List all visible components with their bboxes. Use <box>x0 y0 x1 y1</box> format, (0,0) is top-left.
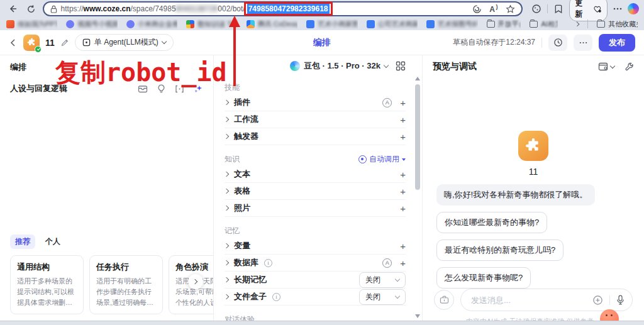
folder-icon <box>597 21 605 28</box>
add-plugin-icon[interactable] <box>400 98 406 107</box>
add-table-knowledge-icon[interactable] <box>400 187 406 196</box>
bookmark-folder[interactable]: AI相关 <box>530 19 558 29</box>
suggested-question[interactable]: 你知道哪些最新奇的事物? <box>436 212 547 233</box>
suggested-question[interactable]: 怎么发现新奇事物呢? <box>436 267 531 289</box>
bot-avatar[interactable] <box>23 35 40 51</box>
preview-debug-panel: 预览与调试 11 嗨,你好!我对各种新奇事物都很了解哦。 你知道哪些最新奇的事物… <box>423 55 644 321</box>
preview-bot-name: 11 <box>529 167 538 177</box>
rewards-icon[interactable] <box>472 4 482 14</box>
agent-mode-selector[interactable]: 单 Agent(LLM模式) <box>75 34 174 51</box>
window-bottom-edge <box>0 321 644 325</box>
bookmark-favicon <box>66 20 74 28</box>
cookie-icon[interactable] <box>531 4 541 14</box>
bookmarks-overflow-icon[interactable] <box>575 21 580 26</box>
middle-scrollbar[interactable] <box>414 77 421 318</box>
row-filebox[interactable]: 文件盒子 关闭 <box>225 289 406 306</box>
copilot-icon[interactable] <box>628 3 639 14</box>
prompt-editor-empty-area[interactable] <box>0 101 213 231</box>
caret-down-icon <box>402 158 406 161</box>
add-database-icon[interactable] <box>400 258 406 268</box>
auto-call-badge-icon[interactable] <box>382 98 392 107</box>
more-dots-icon <box>579 41 587 44</box>
bookmark-item[interactable]: 小米商企业务办 <box>126 19 177 29</box>
bookmark-item[interactable]: 艺术小商家图表系统 <box>306 19 357 29</box>
suggested-question[interactable]: 最近有啥特别的新奇玩意儿吗? <box>436 240 564 261</box>
bookmark-item[interactable]: 数知识读 TAPD平台 <box>186 19 237 29</box>
cards-next-button[interactable] <box>188 274 203 289</box>
prompt-library-icon[interactable] <box>138 84 148 93</box>
bookmark-item[interactable]: 视频号小视频申请发布 <box>66 19 117 29</box>
edit-pencil-icon[interactable] <box>60 38 69 47</box>
url-path-mid: 002/bot/ <box>218 4 245 13</box>
template-card[interactable]: 任务执行 适用于有明确的工作步骤的任务执行场景,通过明确每一步骤的工作要求… <box>89 255 163 314</box>
read-aloud-icon[interactable]: A <box>489 4 497 14</box>
scrollbar-thumb[interactable] <box>415 84 420 190</box>
bookmark-item[interactable]: 公司艺术商家和艺术 <box>367 19 418 29</box>
version-history-button[interactable] <box>548 35 567 51</box>
add-photo-knowledge-icon[interactable] <box>400 204 406 213</box>
row-workflow[interactable]: 工作流 <box>225 111 406 128</box>
browser-menu-icon[interactable] <box>613 8 622 10</box>
persona-logic-header: 人设与回复逻辑 <box>10 83 67 94</box>
row-longterm-memory[interactable]: 长期记忆 关闭 <box>225 272 406 289</box>
tab-personal[interactable]: 个人 <box>44 234 62 249</box>
clear-context-button[interactable] <box>434 290 454 310</box>
bookmark-item[interactable]: 腾讯 CoDesign - 腾讯 <box>247 19 297 29</box>
debug-window-icon <box>598 62 608 71</box>
url-host: www.coze.cn <box>84 4 131 13</box>
message-input-pill[interactable] <box>460 289 633 311</box>
collections-icon[interactable] <box>553 4 564 14</box>
back-chevron-icon[interactable] <box>9 38 18 47</box>
row-trigger[interactable]: 触发器 <box>225 128 406 145</box>
row-knowledge-text[interactable]: 文本 <box>225 166 406 183</box>
add-variable-icon[interactable] <box>400 241 406 251</box>
ai-optimize-sparkle-icon[interactable] <box>194 84 203 94</box>
row-variable[interactable]: 变量 <box>225 238 406 255</box>
microphone-icon[interactable] <box>616 295 625 305</box>
publish-button[interactable]: 发布 <box>599 34 635 52</box>
bookmark-favicon <box>186 20 194 28</box>
bookmark-folder[interactable]: 开放平台 <box>487 19 521 29</box>
add-attachment-icon[interactable] <box>592 295 603 306</box>
favorite-star-icon[interactable] <box>506 4 515 14</box>
bookmark-item[interactable]: 假如我为PPT模板下载 <box>6 19 57 29</box>
longterm-memory-select[interactable]: 关闭 <box>359 272 406 288</box>
auto-call-selector[interactable]: 自动调用 <box>358 154 406 165</box>
url-masked-segment: 8043138726 <box>176 4 218 13</box>
add-trigger-icon[interactable] <box>400 132 406 141</box>
address-bar[interactable]: https://www.coze.cn/space/74985804313872… <box>43 1 523 16</box>
scroll-down-icon[interactable] <box>415 314 420 318</box>
row-database[interactable]: 数据库 <box>225 255 406 272</box>
tab-recommended[interactable]: 推荐 <box>10 234 35 249</box>
scroll-up-icon[interactable] <box>415 77 420 80</box>
row-plugin[interactable]: 插件 <box>225 94 406 111</box>
bot-avatar-large <box>518 131 548 161</box>
chevron-right-icon <box>224 294 229 299</box>
row-knowledge-photo[interactable]: 照片 <box>225 200 406 217</box>
add-text-knowledge-icon[interactable] <box>400 170 406 179</box>
layout-switch-icon[interactable] <box>396 61 406 71</box>
brackets-format-icon[interactable] <box>175 85 184 93</box>
idea-lightbulb-icon[interactable] <box>157 84 165 94</box>
preview-window-selector[interactable] <box>598 62 614 71</box>
info-icon[interactable] <box>264 259 272 267</box>
debug-wrench-icon[interactable] <box>625 62 634 72</box>
url-selected-bot-id[interactable]: 7498580472982339618 <box>247 4 330 14</box>
info-icon[interactable] <box>272 293 280 301</box>
bookmark-item[interactable]: 艺术报图号8手里面 <box>426 19 477 29</box>
add-workflow-icon[interactable] <box>400 115 406 124</box>
template-card[interactable]: 通用结构 适用于多种场景的提示词结构,可以根据具体需求增删对应模块 <box>10 255 84 314</box>
other-favorites[interactable]: 其他收藏夹 <box>597 19 638 29</box>
puzzle-icon <box>525 138 541 154</box>
auto-call-badge-icon[interactable] <box>382 258 392 268</box>
filebox-select[interactable]: 关闭 <box>359 289 406 305</box>
lock-icon <box>50 5 57 13</box>
row-knowledge-table[interactable]: 表格 <box>225 183 406 200</box>
more-options-button[interactable] <box>574 35 592 51</box>
folder-icon <box>487 21 495 28</box>
back-icon[interactable] <box>5 1 20 16</box>
coze-bot-editor-window: https://www.coze.cn/space/74985804313872… <box>0 0 644 325</box>
model-selector[interactable]: 豆包 · 1.5 · Pro · 32k <box>290 60 388 72</box>
refresh-icon[interactable] <box>24 1 39 16</box>
message-input[interactable] <box>471 295 586 305</box>
